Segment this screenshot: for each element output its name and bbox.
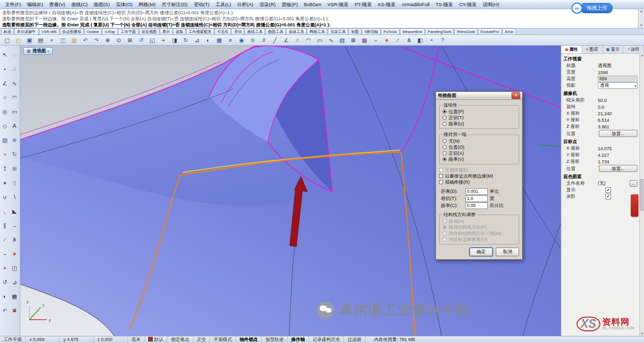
toolbar-tab[interactable]: 工作视窗配置 <box>186 28 214 35</box>
smarttrack-toggle[interactable]: 智慧轨迹 <box>262 336 288 343</box>
line-icon[interactable]: ╱ <box>269 35 281 45</box>
menu-item[interactable]: 尺寸标注(D) <box>158 0 190 9</box>
surface-icon[interactable]: ▧ <box>2 135 7 145</box>
scale-icon[interactable]: ⊿ <box>12 278 17 287</box>
delete-icon[interactable]: ✖ <box>12 306 17 315</box>
drag-upload-button[interactable]: ∞ 拖拽上传 <box>571 3 613 14</box>
panel-scrollbar[interactable]: ▲ ▼ <box>639 53 644 336</box>
split-icon[interactable]: ⋔ <box>12 235 17 244</box>
cancel-button[interactable]: 取消 <box>496 248 519 256</box>
scrollbar-thumb[interactable] <box>640 179 644 211</box>
point-cloud-icon[interactable]: ∴ <box>13 64 16 74</box>
toolbar-tab[interactable]: 多边形建模 <box>60 28 84 35</box>
menu-item[interactable]: 实体(O) <box>113 0 135 9</box>
text-icon[interactable]: A <box>13 121 16 130</box>
box-icon[interactable]: ⊞ <box>12 164 17 173</box>
select-pointer-icon[interactable]: ↖ <box>3 50 7 59</box>
polygon-icon[interactable]: ◇ <box>3 121 7 130</box>
solid-icon[interactable]: ⊠ <box>348 35 359 45</box>
menu-item[interactable]: 分析(A) <box>234 0 256 9</box>
menu-item[interactable]: 文件(F) <box>2 0 24 9</box>
wallpaper-show-checkbox[interactable]: ✔ <box>605 187 611 193</box>
grid-snap-toggle[interactable]: 锁定格点 <box>167 336 193 343</box>
polyline-icon[interactable]: ∠ <box>3 79 8 88</box>
ok-button[interactable]: 确定 <box>469 248 493 256</box>
extrude-icon[interactable]: ↥ <box>3 164 7 173</box>
curvature-input[interactable]: 0.05 <box>465 202 488 209</box>
print-icon[interactable]: ▤ <box>35 35 46 45</box>
sweep-icon[interactable]: ≈ <box>3 150 6 159</box>
match-closest-point-checkbox[interactable]: 以最接近点衔接边缘(M) <box>439 173 519 179</box>
scale-icon[interactable]: ⊿ <box>191 35 202 45</box>
toolbar-tab[interactable]: 曲线工具 <box>245 28 265 35</box>
toolbar-tab[interactable]: 5新功能 <box>362 28 381 35</box>
toolbar-tab[interactable]: FsTools <box>381 28 399 35</box>
render-icon[interactable]: ◓ <box>426 35 437 45</box>
tab-properties[interactable]: ◉ 属性 <box>561 46 582 53</box>
surface-icon[interactable]: ▧ <box>336 35 348 45</box>
toolbar-tab[interactable]: Arion <box>502 28 517 35</box>
rectangle-icon[interactable]: ▭ <box>314 35 325 45</box>
toolbar-tab[interactable]: VSR-WB <box>39 28 59 35</box>
move-icon[interactable]: + <box>158 35 169 45</box>
menu-item[interactable]: 变动(T) <box>191 0 213 9</box>
grid-icon[interactable]: # <box>258 35 269 45</box>
toolbar-tab[interactable]: 变动 <box>231 28 244 35</box>
ellipse-icon[interactable]: ◎ <box>3 107 8 116</box>
trim-icon[interactable]: ∕ <box>5 235 6 244</box>
toolbar-tab[interactable]: 可见性 <box>215 28 231 35</box>
cut-icon[interactable]: × <box>46 35 57 45</box>
zoom-icon[interactable]: ⊙ <box>113 35 124 45</box>
mirror-icon[interactable]: ◐ <box>202 35 214 45</box>
properties-icon[interactable]: ◉ <box>236 35 247 45</box>
paste-icon[interactable]: ▥ <box>69 35 80 45</box>
toolbar-tab[interactable]: EvolutePro <box>478 28 502 35</box>
preserve-curvature-radio[interactable]: 曲率(V) <box>443 156 516 162</box>
circle-icon[interactable]: ○ <box>292 35 303 45</box>
menu-item[interactable]: 说明(H) <box>480 0 502 9</box>
pan-icon[interactable]: ⊕ <box>102 35 113 45</box>
menu-item[interactable]: BoltGen <box>301 0 324 9</box>
command-scrollbar[interactable]: ▲ ▼ <box>638 9 644 28</box>
scroll-down-icon[interactable]: ▼ <box>640 332 643 335</box>
layer-pane[interactable]: 默认 <box>145 336 167 343</box>
loft-icon[interactable]: ≋ <box>12 135 17 145</box>
open-file-icon[interactable]: ◰ <box>13 35 24 45</box>
toolbar-tab[interactable]: 网格工具 <box>307 28 327 35</box>
scroll-up-icon[interactable]: ▲ <box>640 54 643 57</box>
toolbar-tab[interactable]: 选取 <box>173 28 186 35</box>
redo-icon[interactable]: ↷ <box>91 35 102 45</box>
menu-item[interactable]: KS-随意 <box>375 0 399 9</box>
wallpaper-grayscale-checkbox[interactable]: ✔ <box>605 194 611 199</box>
point-icon[interactable]: • <box>4 64 6 74</box>
viewport-title-tab[interactable]: ▦ 透视图 ▾ <box>23 47 53 55</box>
close-icon[interactable]: × <box>512 92 520 99</box>
toolbar-tab[interactable]: 工作平面 <box>118 28 139 35</box>
menu-item[interactable]: PT-随意 <box>352 0 375 9</box>
toolbar-tab[interactable]: 曲面工具 <box>265 28 286 35</box>
filter-toggle[interactable]: 过滤器 <box>344 336 365 343</box>
cplane-pane[interactable]: 工作平面 <box>0 336 26 343</box>
target-place-button[interactable]: 放置... <box>599 165 637 172</box>
help-icon[interactable]: ? <box>437 35 448 45</box>
toolbar-tab[interactable]: WeaverBird <box>400 28 425 35</box>
rotate-icon[interactable]: ↺ <box>3 278 7 287</box>
trim-icon[interactable]: ∕ <box>392 35 403 45</box>
boolean-union-icon[interactable]: ∪ <box>3 192 7 201</box>
toolbar-tab[interactable]: Octane <box>84 28 101 35</box>
refine-match-checkbox[interactable]: 精确衔接(R) <box>439 179 519 185</box>
tab-display[interactable]: ▣ 显示 <box>603 46 624 53</box>
toolbar-tab[interactable]: 设定视图 <box>139 28 159 35</box>
copy-icon[interactable]: ◫ <box>57 35 69 45</box>
rotate-view-icon[interactable]: ↺ <box>135 35 147 45</box>
tab-layers[interactable]: ≡ 图层 <box>582 46 603 53</box>
toolbar-tab[interactable]: 渲染工具 <box>328 28 348 35</box>
move-icon[interactable]: + <box>3 263 6 272</box>
copy-icon[interactable]: ◫ <box>12 263 17 272</box>
arc-icon[interactable]: ◠ <box>303 35 314 45</box>
sphere-icon[interactable]: ● <box>3 178 7 187</box>
boolean-difference-icon[interactable]: ∖ <box>13 192 16 201</box>
join-icon[interactable]: ⌣ <box>3 249 7 258</box>
units-pane[interactable]: 毫米 <box>128 336 145 343</box>
chamfer-icon[interactable]: ◣ <box>12 207 16 216</box>
